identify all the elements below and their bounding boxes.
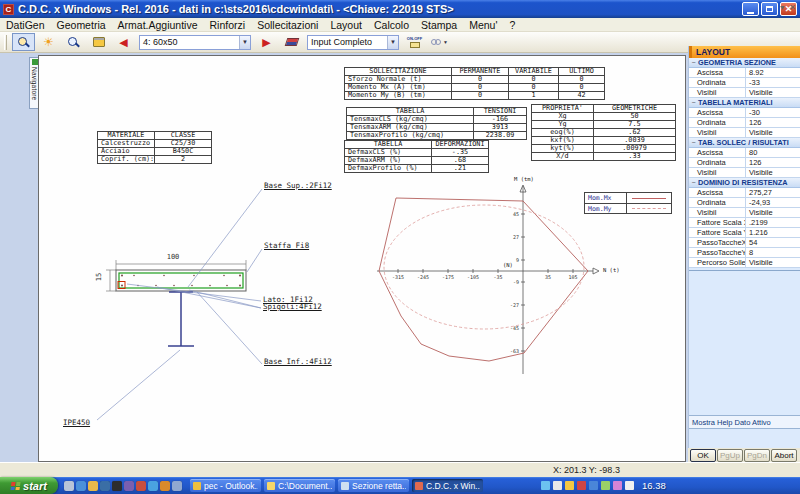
panel-section-header[interactable]: − TABELLA MATERIALI xyxy=(689,98,800,108)
panel-property-row[interactable]: Fattore Scala Y 1.216 xyxy=(689,228,800,238)
property-value[interactable]: -33 xyxy=(745,78,800,87)
next-section-button[interactable]: ▶ xyxy=(255,33,278,51)
erase-button[interactable] xyxy=(280,33,303,51)
panel-property-row[interactable]: Ascissa 80 xyxy=(689,148,800,158)
link-options-button[interactable]: ▼ xyxy=(428,33,451,51)
panel-section-header[interactable]: − GEOMETRIA SEZIONE xyxy=(689,58,800,68)
quicklaunch-icon[interactable] xyxy=(172,481,182,491)
panel-property-row[interactable]: Ordinata -33 xyxy=(689,78,800,88)
toolbar-options-icon[interactable]: ▾ xyxy=(780,3,784,12)
chevron-down-icon[interactable]: ▼ xyxy=(239,36,250,49)
plot-button[interactable] xyxy=(87,33,110,51)
panel-property-row[interactable]: Ordinata 126 xyxy=(689,118,800,128)
quicklaunch-icon[interactable] xyxy=(160,481,170,491)
quicklaunch-icon[interactable] xyxy=(88,481,98,491)
panel-property-row[interactable]: Ascissa 8.92 xyxy=(689,68,800,78)
section-selector[interactable]: 4: 60x50 ▼ xyxy=(139,35,251,50)
property-value[interactable]: 275,27 xyxy=(745,188,800,197)
panel-property-row[interactable]: Ascissa -30 xyxy=(689,108,800,118)
restore-button[interactable] xyxy=(761,2,778,16)
panel-property-row[interactable]: Ordinata 126 xyxy=(689,158,800,168)
panel-button[interactable]: PgDn xyxy=(744,449,770,462)
menu-item[interactable]: Calcolo xyxy=(368,18,415,32)
property-value[interactable]: Visibile xyxy=(745,128,800,137)
collapse-icon[interactable]: − xyxy=(689,59,698,66)
property-value[interactable]: 8 xyxy=(745,248,800,257)
property-value[interactable]: Visibile xyxy=(745,88,800,97)
taskbar-window-button[interactable]: C:\Document... xyxy=(264,479,335,492)
tray-icon[interactable] xyxy=(565,481,574,490)
property-value[interactable]: Visibile xyxy=(745,258,800,267)
quicklaunch-icon[interactable] xyxy=(76,481,86,491)
panel-property-row[interactable]: PassoTaccheX 54 xyxy=(689,238,800,248)
panel-property-row[interactable]: Ascissa 275,27 xyxy=(689,188,800,198)
panel-property-row[interactable]: Percorso Sollec Visibile xyxy=(689,258,800,268)
taskbar-window-button[interactable]: pec - Outlook... xyxy=(190,479,261,492)
minimize-button[interactable] xyxy=(742,2,759,16)
zoom-extents-button[interactable]: ☀ xyxy=(37,33,60,51)
taskbar-window-button[interactable]: Sezione retta... xyxy=(338,479,409,492)
panel-property-row[interactable]: Visibil Visibile xyxy=(689,128,800,138)
property-value[interactable]: 1.216 xyxy=(745,228,800,237)
help-bar[interactable]: Mostra Help Dato Attivo xyxy=(689,415,800,429)
drawing-canvas[interactable]: SOLLECITAZIONEPERMANENTEVARIABILEULTIMO … xyxy=(38,55,686,462)
menu-item[interactable]: Stampa xyxy=(415,18,463,32)
property-value[interactable]: -30 xyxy=(745,108,800,117)
collapse-icon[interactable]: − xyxy=(689,99,698,106)
taskbar-window-button[interactable]: C.D.C. x Win... xyxy=(412,479,483,492)
start-button[interactable]: start xyxy=(0,477,58,494)
panel-property-row[interactable]: Fattore Scala X .2199 xyxy=(689,218,800,228)
menu-item[interactable]: Layout xyxy=(324,18,368,32)
panel-property-row[interactable]: Visibil Visibile xyxy=(689,208,800,218)
quicklaunch-icon[interactable] xyxy=(124,481,134,491)
tray-icon[interactable] xyxy=(589,481,598,490)
tray-icon[interactable] xyxy=(577,481,586,490)
panel-property-row[interactable]: Visibil Visibile xyxy=(689,168,800,178)
tray-icon[interactable] xyxy=(541,481,550,490)
collapse-icon[interactable]: − xyxy=(689,179,698,186)
zoom-window-button[interactable] xyxy=(12,33,35,51)
tray-icon[interactable] xyxy=(613,481,622,490)
menu-item[interactable]: Sollecitazioni xyxy=(251,18,324,32)
menu-item[interactable]: DatiGen xyxy=(0,18,51,32)
toolbar-grip[interactable] xyxy=(4,35,7,50)
quicklaunch-icon[interactable] xyxy=(112,481,122,491)
quicklaunch-icon[interactable] xyxy=(136,481,146,491)
tray-icon[interactable] xyxy=(625,481,634,490)
panel-button[interactable]: Abort xyxy=(771,449,797,462)
quicklaunch-icon[interactable] xyxy=(100,481,110,491)
property-value[interactable]: -24,93 xyxy=(745,198,800,207)
quicklaunch-icon[interactable] xyxy=(148,481,158,491)
menu-item[interactable]: Armat.Aggiuntive xyxy=(112,18,204,32)
previous-section-button[interactable]: ◀ xyxy=(112,33,135,51)
tray-icon[interactable] xyxy=(601,481,610,490)
menu-item[interactable]: Geometria xyxy=(51,18,112,32)
chevron-down-icon[interactable]: ▼ xyxy=(387,36,398,49)
tray-icon[interactable] xyxy=(553,481,562,490)
property-value[interactable]: 126 xyxy=(745,118,800,127)
panel-property-row[interactable]: Ordinata -24,93 xyxy=(689,198,800,208)
menu-item[interactable]: ? xyxy=(503,18,521,32)
zoom-dynamic-button[interactable] xyxy=(62,33,85,51)
panel-property-row[interactable]: Visibil Visibile xyxy=(689,88,800,98)
menu-item[interactable]: Menu' xyxy=(463,18,503,32)
input-mode-selector[interactable]: Input Completo ▼ xyxy=(307,35,399,50)
property-value[interactable]: 80 xyxy=(745,148,800,157)
panel-section-header[interactable]: − DOMINIO DI RESISTENZA xyxy=(689,178,800,188)
property-value[interactable]: .2199 xyxy=(745,218,800,227)
quicklaunch-icon[interactable] xyxy=(64,481,74,491)
menubar-close-icon[interactable]: ✕ xyxy=(789,3,796,12)
onoff-toggle-button[interactable]: ON-OFF xyxy=(403,33,426,51)
collapse-icon[interactable]: − xyxy=(689,139,698,146)
property-value[interactable]: 54 xyxy=(745,238,800,247)
menu-item[interactable]: Rinforzi xyxy=(204,18,252,32)
panel-property-row[interactable]: PassoTaccheY 8 xyxy=(689,248,800,258)
property-value[interactable]: Visibile xyxy=(745,168,800,177)
table-row: TensmaxARM (kg/cmq)3913 xyxy=(346,123,526,131)
property-value[interactable]: Visibile xyxy=(745,208,800,217)
panel-section-header[interactable]: − TAB. SOLLEC / RISULTATI xyxy=(689,138,800,148)
property-value[interactable]: 126 xyxy=(745,158,800,167)
panel-button[interactable]: PgUp xyxy=(717,449,743,462)
panel-button[interactable]: OK xyxy=(690,449,716,462)
property-value[interactable]: 8.92 xyxy=(745,68,800,77)
